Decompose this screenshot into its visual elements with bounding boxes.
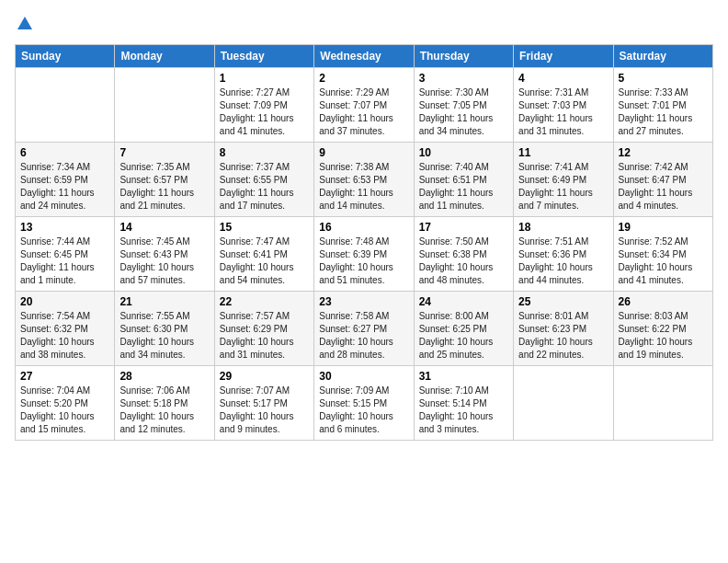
calendar-cell: 8Sunrise: 7:37 AMSunset: 6:55 PMDaylight… — [214, 143, 313, 217]
calendar-cell: 17Sunrise: 7:50 AMSunset: 6:38 PMDayligh… — [414, 217, 513, 292]
calendar-cell: 26Sunrise: 8:03 AMSunset: 6:22 PMDayligh… — [613, 292, 712, 366]
day-number: 5 — [619, 72, 708, 85]
weekday-header-wednesday: Wednesday — [314, 45, 414, 68]
day-info: Sunrise: 7:52 AMSunset: 6:34 PMDaylight:… — [619, 236, 708, 287]
day-number: 30 — [319, 370, 408, 383]
day-info: Sunrise: 7:58 AMSunset: 6:27 PMDaylight:… — [319, 310, 408, 362]
day-info: Sunrise: 8:00 AMSunset: 6:25 PMDaylight:… — [419, 310, 508, 362]
calendar-week-row: 1Sunrise: 7:27 AMSunset: 7:09 PMDaylight… — [16, 68, 713, 143]
day-info: Sunrise: 7:55 AMSunset: 6:30 PMDaylight:… — [119, 310, 209, 362]
day-number: 14 — [119, 221, 209, 234]
day-number: 31 — [419, 370, 508, 383]
calendar-cell: 14Sunrise: 7:45 AMSunset: 6:43 PMDayligh… — [115, 217, 214, 292]
day-number: 19 — [619, 221, 708, 234]
calendar-cell: 24Sunrise: 8:00 AMSunset: 6:25 PMDayligh… — [414, 292, 513, 366]
calendar-cell: 2Sunrise: 7:29 AMSunset: 7:07 PMDaylight… — [314, 68, 414, 143]
day-number: 16 — [319, 221, 408, 234]
day-info: Sunrise: 7:54 AMSunset: 6:32 PMDaylight:… — [20, 310, 109, 362]
day-number: 15 — [220, 221, 309, 234]
day-info: Sunrise: 7:48 AMSunset: 6:39 PMDaylight:… — [319, 236, 408, 287]
calendar-cell: 22Sunrise: 7:57 AMSunset: 6:29 PMDayligh… — [214, 292, 313, 366]
day-number: 2 — [319, 72, 408, 85]
calendar-cell: 6Sunrise: 7:34 AMSunset: 6:59 PMDaylight… — [16, 143, 115, 217]
day-info: Sunrise: 7:27 AMSunset: 7:09 PMDaylight:… — [220, 86, 309, 138]
calendar-cell: 10Sunrise: 7:40 AMSunset: 6:51 PMDayligh… — [414, 143, 513, 217]
logo — [15, 15, 33, 35]
weekday-header-saturday: Saturday — [613, 45, 712, 68]
calendar-cell: 3Sunrise: 7:30 AMSunset: 7:05 PMDaylight… — [414, 68, 513, 143]
calendar-cell: 15Sunrise: 7:47 AMSunset: 6:41 PMDayligh… — [214, 217, 313, 292]
day-number: 13 — [20, 221, 109, 234]
day-info: Sunrise: 7:50 AMSunset: 6:38 PMDaylight:… — [419, 236, 508, 287]
calendar-cell: 28Sunrise: 7:06 AMSunset: 5:18 PMDayligh… — [115, 366, 214, 441]
day-number: 11 — [518, 146, 608, 159]
day-info: Sunrise: 7:06 AMSunset: 5:18 PMDaylight:… — [119, 385, 209, 436]
day-number: 29 — [220, 370, 309, 383]
day-info: Sunrise: 7:09 AMSunset: 5:15 PMDaylight:… — [319, 385, 408, 436]
calendar-cell — [16, 68, 115, 143]
day-number: 9 — [319, 146, 408, 159]
day-number: 8 — [220, 146, 309, 159]
calendar-week-row: 27Sunrise: 7:04 AMSunset: 5:20 PMDayligh… — [16, 366, 713, 441]
day-info: Sunrise: 7:35 AMSunset: 6:57 PMDaylight:… — [119, 161, 209, 213]
day-info: Sunrise: 7:31 AMSunset: 7:03 PMDaylight:… — [518, 86, 608, 138]
day-info: Sunrise: 7:47 AMSunset: 6:41 PMDaylight:… — [220, 236, 309, 287]
day-number: 27 — [20, 370, 109, 383]
header — [15, 15, 713, 35]
calendar-cell: 19Sunrise: 7:52 AMSunset: 6:34 PMDayligh… — [613, 217, 712, 292]
calendar-cell: 30Sunrise: 7:09 AMSunset: 5:15 PMDayligh… — [314, 366, 414, 441]
weekday-header-thursday: Thursday — [414, 45, 513, 68]
day-number: 24 — [419, 295, 508, 308]
calendar-cell: 21Sunrise: 7:55 AMSunset: 6:30 PMDayligh… — [115, 292, 214, 366]
day-number: 7 — [119, 146, 209, 159]
calendar-cell: 29Sunrise: 7:07 AMSunset: 5:17 PMDayligh… — [214, 366, 313, 441]
weekday-header-monday: Monday — [115, 45, 214, 68]
day-info: Sunrise: 7:34 AMSunset: 6:59 PMDaylight:… — [20, 161, 109, 213]
weekday-header-sunday: Sunday — [16, 45, 115, 68]
calendar-cell — [613, 366, 712, 441]
day-number: 10 — [419, 146, 508, 159]
day-info: Sunrise: 8:01 AMSunset: 6:23 PMDaylight:… — [518, 310, 608, 362]
calendar-cell: 13Sunrise: 7:44 AMSunset: 6:45 PMDayligh… — [16, 217, 115, 292]
day-number: 12 — [619, 146, 708, 159]
day-number: 23 — [319, 295, 408, 308]
day-info: Sunrise: 8:03 AMSunset: 6:22 PMDaylight:… — [619, 310, 708, 362]
calendar-cell: 1Sunrise: 7:27 AMSunset: 7:09 PMDaylight… — [214, 68, 313, 143]
day-info: Sunrise: 7:41 AMSunset: 6:49 PMDaylight:… — [518, 161, 608, 213]
calendar-cell: 20Sunrise: 7:54 AMSunset: 6:32 PMDayligh… — [16, 292, 115, 366]
day-number: 18 — [518, 221, 608, 234]
calendar-cell: 25Sunrise: 8:01 AMSunset: 6:23 PMDayligh… — [514, 292, 613, 366]
calendar-cell: 5Sunrise: 7:33 AMSunset: 7:01 PMDaylight… — [613, 68, 712, 143]
day-info: Sunrise: 7:44 AMSunset: 6:45 PMDaylight:… — [20, 236, 109, 287]
day-number: 20 — [20, 295, 109, 308]
day-info: Sunrise: 7:30 AMSunset: 7:05 PMDaylight:… — [419, 86, 508, 138]
calendar-cell: 27Sunrise: 7:04 AMSunset: 5:20 PMDayligh… — [16, 366, 115, 441]
calendar-week-row: 6Sunrise: 7:34 AMSunset: 6:59 PMDaylight… — [16, 143, 713, 217]
calendar-cell — [514, 366, 613, 441]
day-number: 28 — [119, 370, 209, 383]
day-number: 6 — [20, 146, 109, 159]
calendar-cell: 9Sunrise: 7:38 AMSunset: 6:53 PMDaylight… — [314, 143, 414, 217]
day-number: 22 — [220, 295, 309, 308]
calendar-week-row: 13Sunrise: 7:44 AMSunset: 6:45 PMDayligh… — [16, 217, 713, 292]
calendar-cell: 11Sunrise: 7:41 AMSunset: 6:49 PMDayligh… — [514, 143, 613, 217]
day-number: 4 — [518, 72, 608, 85]
weekday-header-friday: Friday — [514, 45, 613, 68]
day-number: 25 — [518, 295, 608, 308]
logo-icon — [17, 15, 33, 31]
calendar-cell: 31Sunrise: 7:10 AMSunset: 5:14 PMDayligh… — [414, 366, 513, 441]
weekday-header-tuesday: Tuesday — [214, 45, 313, 68]
day-info: Sunrise: 7:07 AMSunset: 5:17 PMDaylight:… — [220, 385, 309, 436]
calendar-cell: 18Sunrise: 7:51 AMSunset: 6:36 PMDayligh… — [514, 217, 613, 292]
day-info: Sunrise: 7:40 AMSunset: 6:51 PMDaylight:… — [419, 161, 508, 213]
day-info: Sunrise: 7:37 AMSunset: 6:55 PMDaylight:… — [220, 161, 309, 213]
day-info: Sunrise: 7:42 AMSunset: 6:47 PMDaylight:… — [619, 161, 708, 213]
calendar-cell: 4Sunrise: 7:31 AMSunset: 7:03 PMDaylight… — [514, 68, 613, 143]
calendar-cell: 7Sunrise: 7:35 AMSunset: 6:57 PMDaylight… — [115, 143, 214, 217]
calendar-cell: 12Sunrise: 7:42 AMSunset: 6:47 PMDayligh… — [613, 143, 712, 217]
calendar-week-row: 20Sunrise: 7:54 AMSunset: 6:32 PMDayligh… — [16, 292, 713, 366]
day-info: Sunrise: 7:33 AMSunset: 7:01 PMDaylight:… — [619, 86, 708, 138]
day-info: Sunrise: 7:10 AMSunset: 5:14 PMDaylight:… — [419, 385, 508, 436]
day-number: 17 — [419, 221, 508, 234]
day-info: Sunrise: 7:29 AMSunset: 7:07 PMDaylight:… — [319, 86, 408, 138]
